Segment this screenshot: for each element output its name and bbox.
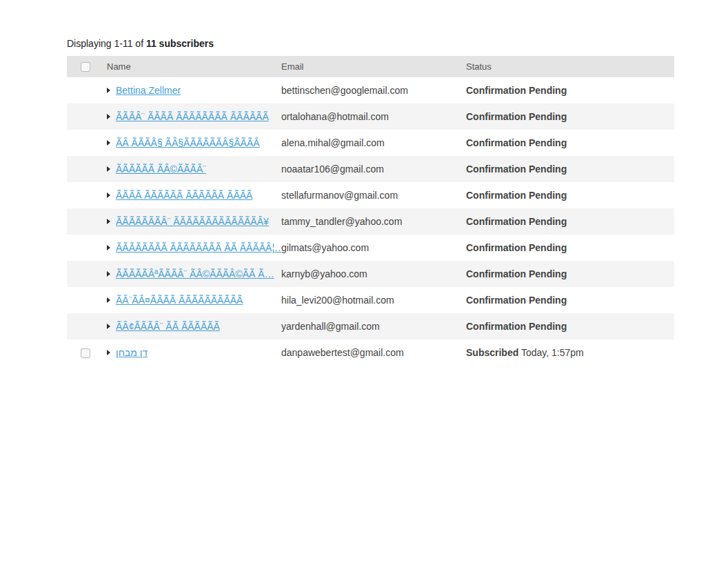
subscriber-email: yardenhall@gmail.com [281,313,466,339]
name-cell: דן מבחן [101,339,281,366]
subscriber-email: tammy_tandler@yahoo.com [281,208,466,235]
table-row: ÃÃÃÃÃÃÃÂ¨ ÃÃÃÃÃÃÃÃÃÃÃÃÃÂ¥tammy_tandler@y… [67,208,674,235]
status-cell: Confirmation Pending [466,130,674,156]
table-row: ÃÃÃÃÃÂªÃÃÃÂ¨ ÃÂ©ÃÃÃÂ©ÃÃ Ã…karnyb@yahoo.c… [67,261,674,287]
pagination-summary: Displaying 1-11 of 11 subscribers [67,38,674,50]
name-cell: ÃÃÃÃ ÃÃÃÃÃÃ ÃÃÃÃÃÃ ÃÃÃÃ [101,182,281,208]
status-label: Confirmation Pending [466,111,567,122]
expand-arrow-icon[interactable] [107,324,110,329]
status-label: Confirmation Pending [466,321,567,332]
name-cell: Bettina Zellmer [101,77,281,103]
subscriber-name-link[interactable]: ÃÃÃÃÃÂªÃÃÃÂ¨ ÃÂ©ÃÃÃÂ©ÃÃ Ã… [116,268,274,279]
column-header-name: Name [101,56,281,77]
checkbox-cell [67,103,101,130]
subscribers-page: Displaying 1-11 of 11 subscribers Name E… [67,38,674,366]
status-cell: Confirmation Pending [466,182,674,208]
status-label: Confirmation Pending [466,216,567,227]
status-cell: Confirmation Pending [466,313,674,339]
expand-arrow-icon[interactable] [107,192,110,198]
subscriber-name-link[interactable]: ÃÃÃÃ ÃÃÃÃÃÃ ÃÃÃÃÃÃ ÃÃÃÃ [116,190,252,201]
expand-arrow-icon[interactable] [107,140,110,146]
subscriber-name-link[interactable]: ÃÃÃÂ¨ ÃÃÃÃ ÃÃÃÃÃÃÃÃ ÃÃÃÃÃÃ [116,111,269,122]
subscriber-email: bettinschen@googlemail.com [281,77,466,103]
checkbox-cell [67,313,101,339]
checkbox-cell [67,339,101,366]
subscriber-name-link[interactable]: ÃÂ¨ÃÂ¤ÃÃÃÃ ÃÃÃÃÃÃÃÃÃÃ [116,295,243,306]
checkbox-cell [67,208,101,235]
subscriber-name-link[interactable]: ÃÂ ÃÃÃÂ§ ÃÂ§ÃÃÃÃÃÃÂ§ÃÃÃÂ [116,137,260,148]
status-label: Confirmation Pending [466,164,567,175]
row-checkbox[interactable] [81,348,90,358]
status-cell: Confirmation Pending [466,156,674,182]
subscriber-name-link[interactable]: ÃÃÃÃÃÃÃÃ ÃÃÃÃÃÃÃÃ ÃÃ ÃÃÃÃÂ¦… [116,242,281,253]
pagination-summary-prefix: Displaying 1-11 of [67,38,146,49]
status-label: Subscribed [466,347,518,358]
column-header-email: Email [281,56,466,77]
expand-arrow-icon[interactable] [107,166,110,172]
checkbox-cell [67,182,101,208]
name-cell: ÃÃÃÃÃÃ ÃÂ©ÃÃÃÂ¨ [101,156,281,182]
expand-arrow-icon[interactable] [107,350,110,355]
pagination-summary-count: 11 subscribers [146,38,214,49]
checkbox-cell [67,156,101,182]
subscriber-name-link[interactable]: ÃÃÃÃÃÃ ÃÂ©ÃÃÃÂ¨ [116,164,206,175]
subscriber-email: ortalohana@hotmail.com [281,103,466,130]
subscriber-name-link[interactable]: Bettina Zellmer [116,85,181,96]
status-label: Confirmation Pending [466,242,567,253]
select-all-cell [67,56,101,77]
subscriber-email: hila_levi200@hotmail.com [281,287,466,313]
name-cell: ÃÂ¨ÃÂ¤ÃÃÃÃ ÃÃÃÃÃÃÃÃÃÃ [101,287,281,313]
checkbox-cell [67,235,101,261]
column-header-status: Status [466,56,674,77]
status-cell: Confirmation Pending [466,103,674,130]
subscriber-email: noaatar106@gmail.com [281,156,466,182]
status-label: Confirmation Pending [466,137,567,148]
subscriber-name-link[interactable]: ÃÃÃÃÃÃÃÂ¨ ÃÃÃÃÃÃÃÃÃÃÃÃÃÂ¥ [116,216,269,227]
subscriber-name-link[interactable]: דן מבחן [116,347,148,358]
subscriber-email: alena.mihal@gmail.com [281,130,466,156]
table-row: ÃÂ¢ÃÃÃÂ¨ ÃÃ ÃÃÃÃÃÃyardenhall@gmail.comCo… [67,313,674,339]
subscribers-table: Name Email Status Bettina Zellmerbettins… [67,56,674,366]
name-cell: ÃÂ¢ÃÃÃÂ¨ ÃÃ ÃÃÃÃÃÃ [101,313,281,339]
expand-arrow-icon[interactable] [107,219,110,224]
checkbox-cell [67,130,101,156]
checkbox-cell [67,261,101,287]
expand-arrow-icon[interactable] [107,271,110,277]
expand-arrow-icon[interactable] [107,297,110,303]
table-row: ÃÃÃÃÃÃ ÃÂ©ÃÃÃÂ¨noaatar106@gmail.comConfi… [67,156,674,182]
table-row: דן מבחןdanpawebertest@gmail.comSubscribe… [67,339,674,366]
name-cell: ÃÃÃÃÃÃÃÂ¨ ÃÃÃÃÃÃÃÃÃÃÃÃÃÂ¥ [101,208,281,235]
checkbox-cell [67,287,101,313]
status-label: Confirmation Pending [466,295,567,306]
table-row: ÃÃÃÂ¨ ÃÃÃÃ ÃÃÃÃÃÃÃÃ ÃÃÃÃÃÃortalohana@hot… [67,103,674,130]
expand-arrow-icon[interactable] [107,245,110,250]
status-cell: Confirmation Pending [466,287,674,313]
status-label: Confirmation Pending [466,268,567,279]
subscriber-email: danpawebertest@gmail.com [281,339,466,366]
table-row: ÃÃÃÃÃÃÃÃ ÃÃÃÃÃÃÃÃ ÃÃ ÃÃÃÃÂ¦…gilmats@yaho… [67,235,674,261]
table-row: ÃÂ ÃÃÃÂ§ ÃÂ§ÃÃÃÃÃÃÂ§ÃÃÃÂalena.mihal@gmai… [67,130,674,156]
status-cell: Subscribed Today, 1:57pm [466,339,674,366]
select-all-checkbox[interactable] [81,62,90,72]
table-row: ÃÃÃÃ ÃÃÃÃÃÃ ÃÃÃÃÃÃ ÃÃÃÃstellafurmanov@gm… [67,182,674,208]
table-row: ÃÂ¨ÃÂ¤ÃÃÃÃ ÃÃÃÃÃÃÃÃÃÃhila_levi200@hotmai… [67,287,674,313]
expand-arrow-icon[interactable] [107,88,110,93]
status-cell: Confirmation Pending [466,208,674,235]
name-cell: ÃÃÃÃÃÂªÃÃÃÂ¨ ÃÂ©ÃÃÃÂ©ÃÃ Ã… [101,261,281,287]
subscriber-email: gilmats@yahoo.com [281,235,466,261]
status-cell: Confirmation Pending [466,77,674,103]
table-header-row: Name Email Status [67,56,674,77]
table-row: Bettina Zellmerbettinschen@googlemail.co… [67,77,674,103]
name-cell: ÃÃÃÃÃÃÃÃ ÃÃÃÃÃÃÃÃ ÃÃ ÃÃÃÃÂ¦… [101,235,281,261]
status-cell: Confirmation Pending [466,235,674,261]
name-cell: ÃÃÃÂ¨ ÃÃÃÃ ÃÃÃÃÃÃÃÃ ÃÃÃÃÃÃ [101,103,281,130]
subscriber-email: stellafurmanov@gmail.com [281,182,466,208]
name-cell: ÃÂ ÃÃÃÂ§ ÃÂ§ÃÃÃÃÃÃÂ§ÃÃÃÂ [101,130,281,156]
subscriber-name-link[interactable]: ÃÂ¢ÃÃÃÂ¨ ÃÃ ÃÃÃÃÃÃ [116,321,220,332]
expand-arrow-icon[interactable] [107,114,110,119]
checkbox-cell [67,77,101,103]
status-label: Confirmation Pending [466,190,567,201]
status-cell: Confirmation Pending [466,261,674,287]
status-label: Confirmation Pending [466,85,567,96]
subscriber-email: karnyb@yahoo.com [281,261,466,287]
